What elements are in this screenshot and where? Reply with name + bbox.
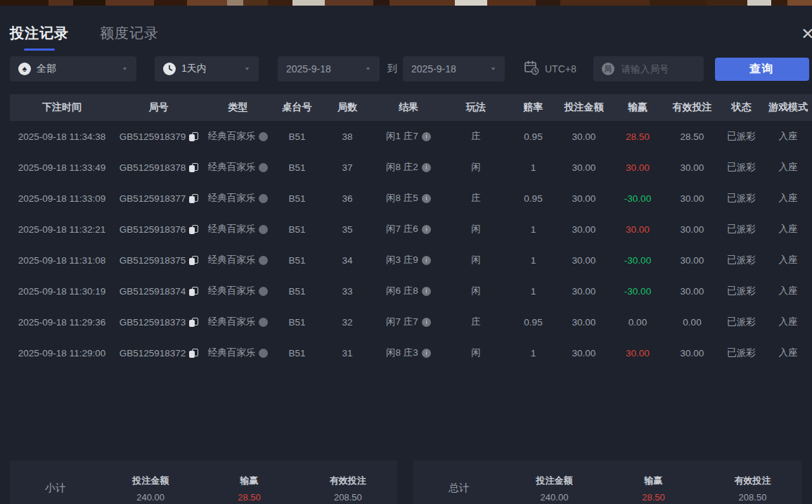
column-header: 投注金额 (558, 101, 610, 114)
filter-bar: ♠ 全部 ▼ 1天内 ▼ 2025-9-18 ▼ 到 2025-9-18 ▼ (10, 56, 812, 82)
info-icon[interactable]: i (422, 256, 431, 265)
round-id-cell: GB5125918379 (114, 131, 203, 142)
odds-cell: 1 (508, 224, 558, 235)
play-type-cell: 闲 (444, 223, 508, 235)
copy-icon[interactable] (189, 318, 198, 327)
bet-time-cell: 2025-09-18 11:33:49 (10, 162, 114, 173)
date-to-select[interactable]: 2025-9-18 ▼ (403, 56, 505, 82)
round-id-cell: GB5125918374 (114, 286, 203, 297)
play-type-cell: 庄 (444, 316, 508, 328)
play-type-cell: 闲 (444, 347, 508, 359)
info-icon[interactable]: i (422, 349, 431, 358)
game-type-cell: 经典百家乐 (203, 161, 273, 174)
game-mode-cell: 入座 (764, 347, 812, 359)
column-header: 桌台号 (273, 101, 321, 114)
chevron-down-icon: ▼ (122, 66, 128, 72)
round-number-cell: 32 (321, 317, 373, 328)
info-icon[interactable]: i (422, 194, 431, 203)
round-number-cell: 38 (321, 131, 373, 142)
info-icon[interactable]: i (422, 163, 431, 172)
round-search-box[interactable]: 局 (593, 56, 704, 82)
win-loss-cell: 30.00 (610, 162, 666, 173)
column-header: 有效投注 (666, 101, 718, 114)
odds-cell: 1 (508, 286, 558, 297)
copy-icon[interactable] (189, 225, 198, 234)
copy-icon[interactable] (189, 256, 198, 265)
round-id-cell: GB5125918378 (114, 162, 203, 173)
summary-footer: 小计 投注金额 240.00 输赢 28.50 有效投注 208.50 总计 投… (0, 460, 812, 504)
table-row: 2025-09-18 11:29:36 GB5125918373 经典百家乐 B… (10, 306, 812, 337)
info-icon[interactable]: i (422, 132, 431, 141)
query-button[interactable]: 查询 (715, 58, 809, 81)
round-number-cell: 36 (321, 193, 373, 204)
column-header: 游戏模式 (764, 101, 812, 114)
betting-record-panel: 投注记录 额度记录 ✕ ♠ 全部 ▼ 1天内 ▼ 2025-9-18 ▼ 到 (0, 6, 812, 504)
round-search-input[interactable] (620, 63, 695, 75)
game-mode-cell: 入座 (764, 316, 812, 328)
table-number-cell: B51 (273, 348, 321, 358)
info-icon[interactable]: i (422, 318, 431, 327)
status-cell: 已派彩 (718, 223, 764, 235)
time-range-select[interactable]: 1天内 ▼ (155, 56, 259, 82)
round-number-cell: 31 (321, 348, 373, 358)
table-number-cell: B51 (273, 162, 321, 173)
table-row: 2025-09-18 11:29:00 GB5125918372 经典百家乐 B… (10, 337, 812, 368)
table-number-cell: B51 (273, 131, 321, 142)
bet-record-table: 下注时间局号类型桌台号局数结果玩法赔率投注金额输赢有效投注状态游戏模式 2025… (10, 94, 812, 368)
odds-cell: 1 (508, 162, 558, 173)
table-number-cell: B51 (273, 286, 321, 297)
info-icon[interactable]: i (422, 287, 431, 296)
subtotal-label: 小计 (10, 482, 101, 495)
tab-bet-record[interactable]: 投注记录 (10, 24, 69, 51)
total-box: 总计 投注金额 240.00 输赢 28.50 有效投注 208.50 (413, 460, 802, 504)
game-type-value: 全部 (37, 63, 56, 75)
table-number-cell: B51 (273, 317, 321, 328)
copy-icon[interactable] (189, 287, 198, 296)
game-type-cell: 经典百家乐 (203, 223, 273, 235)
column-header: 下注时间 (10, 101, 114, 114)
status-cell: 已派彩 (718, 285, 764, 297)
result-cell: 闲8 庄5 i (373, 192, 444, 205)
table-body: 2025-09-18 11:34:38 GB5125918379 经典百家乐 B… (10, 121, 812, 368)
copy-icon[interactable] (189, 163, 198, 172)
table-row: 2025-09-18 11:30:19 GB5125918374 经典百家乐 B… (10, 276, 812, 306)
total-label: 总计 (413, 482, 505, 495)
column-header: 赔率 (508, 101, 558, 114)
win-loss-cell: -30.00 (610, 193, 666, 204)
provider-dot-icon (259, 194, 268, 203)
info-icon[interactable]: i (422, 225, 431, 234)
table-row: 2025-09-18 11:31:08 GB5125918375 经典百家乐 B… (10, 245, 812, 276)
total-win-loss: 输赢 28.50 (604, 474, 703, 503)
round-number-icon: 局 (602, 63, 614, 75)
status-cell: 已派彩 (718, 254, 764, 266)
play-type-cell: 庄 (444, 192, 508, 205)
column-header: 类型 (203, 101, 273, 114)
provider-dot-icon (259, 225, 268, 234)
tab-quota-record[interactable]: 额度记录 (100, 24, 159, 51)
result-cell: 闲7 庄6 i (373, 223, 444, 235)
copy-icon[interactable] (189, 132, 198, 141)
round-id-cell: GB5125918373 (114, 317, 203, 328)
status-cell: 已派彩 (718, 192, 764, 205)
game-type-cell: 经典百家乐 (203, 316, 273, 328)
game-mode-cell: 入座 (764, 130, 812, 143)
chevron-down-icon: ▼ (244, 66, 250, 72)
copy-icon[interactable] (189, 349, 198, 358)
win-loss-cell: 30.00 (610, 224, 666, 235)
column-header: 局号 (114, 101, 203, 114)
provider-dot-icon (259, 132, 268, 141)
date-from-select[interactable]: 2025-9-18 ▼ (278, 56, 380, 82)
valid-bet-cell: 30.00 (666, 224, 718, 235)
valid-bet-cell: 28.50 (666, 131, 718, 142)
result-cell: 闲1 庄7 i (373, 130, 444, 143)
clock-icon (163, 63, 176, 75)
copy-icon[interactable] (189, 194, 198, 203)
result-cell: 闲3 庄9 i (373, 254, 444, 266)
result-cell: 闲7 庄7 i (373, 316, 444, 328)
game-type-select[interactable]: ♠ 全部 ▼ (10, 56, 136, 82)
chevron-down-icon: ▼ (490, 66, 496, 72)
close-icon[interactable]: ✕ (798, 24, 812, 44)
table-number-cell: B51 (273, 193, 321, 204)
game-mode-cell: 入座 (764, 192, 812, 205)
game-type-cell: 经典百家乐 (203, 130, 273, 143)
